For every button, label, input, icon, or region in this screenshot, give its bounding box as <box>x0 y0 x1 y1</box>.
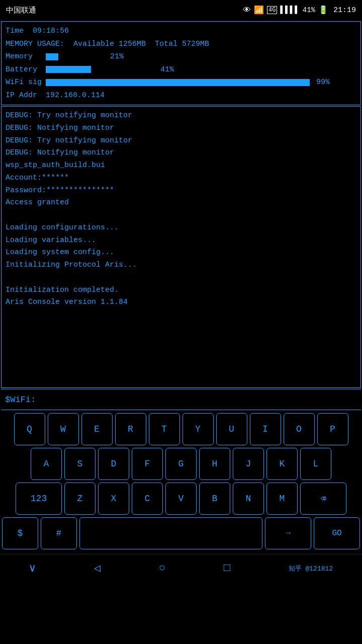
keyboard-row1: QWERTYUIOP <box>2 413 360 445</box>
time-display: 21:19 <box>333 6 356 15</box>
key-123[interactable]: 123 <box>16 482 62 515</box>
terminal-line: wsp_stp_auth_build.bui <box>6 159 356 172</box>
nav-recents-icon[interactable]: □ <box>224 562 230 575</box>
memory-usage-line: MEMORY USAGE: Available 1256MB Total 572… <box>6 38 356 51</box>
memory-label: Memory <box>6 50 46 63</box>
key-k[interactable]: K <box>266 448 298 480</box>
memory-progress-container: 21% <box>46 50 356 63</box>
key-[interactable]: ⌫ <box>300 482 346 515</box>
key-s[interactable]: S <box>64 448 96 480</box>
watermark: 知乎 @121812 <box>289 564 333 573</box>
wifi-row: WiFi sig 99% <box>6 76 356 89</box>
wifi-progress-container: 99% <box>46 76 356 89</box>
key-a[interactable]: A <box>31 448 62 480</box>
terminal-line: Initialization completed. <box>6 284 356 297</box>
ip-row: IP Addr 192.168.0.114 <box>6 89 356 102</box>
key-g[interactable]: G <box>165 448 197 480</box>
status-bar: 中国联通 👁 📶 4G ▌▌▌▌ 41% 🔋 21:19 <box>0 0 362 20</box>
battery-row: Battery 41% <box>6 63 356 76</box>
key-t[interactable]: T <box>149 413 180 445</box>
memory-row: Memory 21% <box>6 50 356 63</box>
keyboard-row2: ASDFGHJKL <box>2 448 360 480</box>
terminal-line: Account:****** <box>6 172 356 185</box>
key-i[interactable]: I <box>250 413 281 445</box>
memory-progress-bg <box>46 53 106 60</box>
memory-progress-fill <box>46 53 58 60</box>
keyboard-row3: 123ZXCVBNM⌫ <box>2 482 360 515</box>
key-v[interactable]: V <box>165 482 197 515</box>
carrier-label: 中国联通 <box>6 6 36 15</box>
wifi-icon: 📶 <box>254 5 264 15</box>
terminal-line <box>6 209 356 222</box>
key-o[interactable]: O <box>284 413 315 445</box>
key-q[interactable]: Q <box>14 413 45 445</box>
wifi-progress-fill <box>46 79 310 86</box>
terminal-line: DEBUG: Notifying monitor <box>6 147 356 159</box>
network-type: 4G <box>267 6 277 14</box>
key-e[interactable]: E <box>81 413 113 445</box>
key-h[interactable]: H <box>199 448 230 480</box>
key-f[interactable]: F <box>132 448 163 480</box>
battery-percent: 41% <box>160 63 174 76</box>
keyboard: QWERTYUIOP ASDFGHJKL 123ZXCVBNM⌫ $ # → G… <box>0 411 362 554</box>
ip-label: IP Addr <box>6 89 46 102</box>
nav-home-icon[interactable]: ○ <box>159 562 165 575</box>
memory-percent: 21% <box>110 50 124 63</box>
battery-progress-bg <box>46 66 156 73</box>
terminal-line: Loading system config... <box>6 247 356 259</box>
key-l[interactable]: L <box>300 448 331 480</box>
nav-bar: ∨ ◁ ○ □ 知乎 @121812 <box>0 554 362 582</box>
key-z[interactable]: Z <box>64 482 96 515</box>
key-arrow[interactable]: → <box>265 517 311 549</box>
ip-value: 192.168.0.114 <box>46 89 105 102</box>
terminal-line: DEBUG: Try notifying monitor <box>6 110 356 122</box>
nav-back-icon[interactable]: ◁ <box>94 561 101 575</box>
terminal-line: Loading configurations... <box>6 222 356 234</box>
wifi-label: WiFi sig <box>6 76 46 89</box>
key-w[interactable]: W <box>48 413 79 445</box>
key-hash[interactable]: # <box>41 517 77 549</box>
battery-label: Battery <box>6 63 46 76</box>
terminal-line: Loading variables... <box>6 234 356 247</box>
key-dollar[interactable]: $ <box>2 517 38 549</box>
battery-percentage: 41% <box>303 6 315 14</box>
battery-progress-fill <box>46 66 91 73</box>
key-d[interactable]: D <box>98 448 129 480</box>
keyboard-row4: $ # → GO <box>2 517 360 549</box>
terminal-line: Initializing Protocol Aris... <box>6 259 356 272</box>
terminal-line: Password:*************** <box>6 185 356 197</box>
key-p[interactable]: P <box>317 413 348 445</box>
terminal-line: DEBUG: Notifying monitor <box>6 122 356 135</box>
cmd-prompt: $WiFi: <box>5 395 36 405</box>
key-c[interactable]: C <box>132 482 163 515</box>
eye-icon: 👁 <box>243 6 251 15</box>
wifi-progress-bg <box>46 79 312 86</box>
key-x[interactable]: X <box>98 482 129 515</box>
status-right: 👁 📶 4G ▌▌▌▌ 41% 🔋 21:19 <box>243 5 356 15</box>
terminal-line: DEBUG: Try notifying monitor <box>6 135 356 147</box>
battery-icon: 🔋 <box>318 5 328 15</box>
key-space[interactable] <box>79 517 262 549</box>
key-go[interactable]: GO <box>314 517 360 549</box>
key-u[interactable]: U <box>216 413 247 445</box>
cmd-input-row[interactable]: $WiFi: <box>1 389 361 410</box>
battery-progress-container: 41% <box>46 63 356 76</box>
terminal-output: DEBUG: Try notifying monitorDEBUG: Notif… <box>1 106 361 388</box>
key-n[interactable]: N <box>233 482 264 515</box>
wifi-percent: 99% <box>316 76 330 89</box>
terminal-line: Aris Console version 1.1.84 <box>6 296 356 309</box>
key-j[interactable]: J <box>233 448 264 480</box>
terminal-line <box>6 272 356 284</box>
info-panel: Time 09:18:56 MEMORY USAGE: Available 12… <box>1 21 361 105</box>
time-line: Time 09:18:56 <box>6 25 356 38</box>
signal-icon: ▌▌▌▌ <box>280 6 299 15</box>
key-b[interactable]: B <box>199 482 230 515</box>
key-r[interactable]: R <box>115 413 146 445</box>
key-m[interactable]: M <box>266 482 298 515</box>
terminal-line: Access granted <box>6 197 356 209</box>
key-y[interactable]: Y <box>183 413 214 445</box>
nav-down-icon[interactable]: ∨ <box>29 561 36 575</box>
